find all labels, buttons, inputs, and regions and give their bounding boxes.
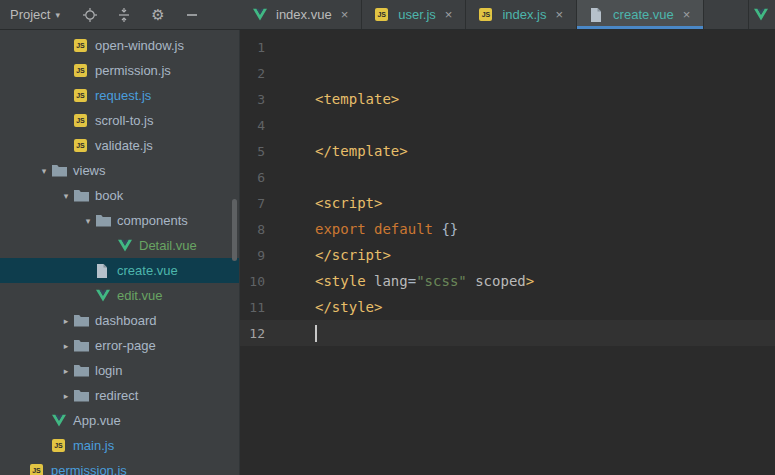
project-selector[interactable]: Project ▾ [8,7,62,22]
editor-line-6[interactable]: 6 [240,164,775,190]
js-icon: JS [74,139,94,152]
tree-item-validate.js[interactable]: JSvalidate.js [0,133,239,158]
tree-item-label: validate.js [94,138,153,153]
tree-item-redirect[interactable]: ▸redirect [0,383,239,408]
chevron-expanded-icon[interactable]: ▾ [58,191,74,201]
tree-item-open-window.js[interactable]: JSopen-window.js [0,33,239,58]
chevron-collapsed-icon[interactable]: ▸ [58,366,74,376]
code-text: export default {} [315,221,458,237]
tree-item-label: main.js [72,438,114,453]
line-number: 2 [240,66,265,81]
tree-item-components[interactable]: ▾components [0,208,239,233]
chevron-collapsed-icon[interactable]: ▸ [58,391,74,401]
tab-label: index.js [501,7,546,22]
scope-icon[interactable] [82,7,98,23]
vue-icon [253,8,269,21]
tree-item-main.js[interactable]: JSmain.js [0,433,239,458]
tab-label: user.js [397,7,436,22]
tree-item-dashboard[interactable]: ▸dashboard [0,308,239,333]
tab-create.vue[interactable]: create.vue× [577,0,704,29]
vue-icon [754,8,770,21]
hide-panel-icon[interactable] [184,7,200,23]
tab-label: index.vue [275,7,332,22]
editor-line-8[interactable]: 8export default {} [240,216,775,242]
line-number: 1 [240,40,265,55]
line-number: 12 [240,326,265,341]
tree-item-scroll-to.js[interactable]: JSscroll-to.js [0,108,239,133]
vue-icon [118,239,138,252]
tab-partial[interactable] [748,0,775,29]
editor-line-9[interactable]: 9</script> [240,242,775,268]
project-label: Project [10,7,50,22]
tree-item-permission.js[interactable]: JSpermission.js [0,58,239,83]
chevron-down-icon: ▾ [55,10,60,20]
folder-icon [96,214,116,227]
tree-item-label: create.vue [116,263,178,278]
editor-line-7[interactable]: 7<script> [240,190,775,216]
file-icon [96,264,116,278]
folder-icon [74,389,94,402]
code-text: <template> [315,91,399,107]
tree-item-request.js[interactable]: JSrequest.js [0,83,239,108]
tree-item-create.vue[interactable]: create.vue [0,258,239,283]
editor-pane[interactable]: 123<template>45</template>67<script>8exp… [240,30,775,475]
folder-icon [74,364,94,377]
code-text: <script> [315,195,382,211]
file-icon [590,8,606,22]
chevron-collapsed-icon[interactable]: ▸ [58,341,74,351]
text-cursor [315,325,317,342]
tab-user.js[interactable]: JSuser.js× [362,0,466,29]
editor-line-10[interactable]: 10<style lang="scss" scoped> [240,268,775,294]
tab-index.js[interactable]: JSindex.js× [466,0,577,29]
tree-item-label: Detail.vue [138,238,197,253]
top-bar: Project ▾ ⚙ index.vue×JSuser.js×JSindex.… [0,0,775,30]
folder-icon [74,314,94,327]
editor-line-5[interactable]: 5</template> [240,138,775,164]
editor-tabs: index.vue×JSuser.js×JSindex.js×create.vu… [240,0,775,29]
editor-lines: 123<template>45</template>67<script>8exp… [240,34,775,346]
tree-item-error-page[interactable]: ▸error-page [0,333,239,358]
tree-item-app.vue[interactable]: App.vue [0,408,239,433]
vue-icon [52,414,72,427]
tab-index.vue[interactable]: index.vue× [240,0,362,29]
tree-item-book[interactable]: ▾book [0,183,239,208]
chevron-expanded-icon[interactable]: ▾ [36,166,52,176]
close-icon[interactable]: × [556,7,564,22]
line-number: 9 [240,248,265,263]
toolbar-icons: ⚙ [82,7,200,23]
tree-item-label: login [94,363,122,378]
tree-item-login[interactable]: ▸login [0,358,239,383]
tree-item-label: book [94,188,123,203]
close-icon[interactable]: × [445,7,453,22]
close-icon[interactable]: × [341,7,349,22]
editor-line-2[interactable]: 2 [240,60,775,86]
js-icon: JS [74,64,94,77]
editor-line-3[interactable]: 3<template> [240,86,775,112]
line-number: 4 [240,118,265,133]
tree-item-label: redirect [94,388,138,403]
project-tree: JSopen-window.jsJSpermission.jsJSrequest… [0,30,240,475]
code-text [315,325,317,342]
tree-item-views[interactable]: ▾views [0,158,239,183]
tree-item-permission.js[interactable]: JSpermission.js [0,458,239,475]
tree-item-label: permission.js [94,63,171,78]
editor-line-11[interactable]: 11</style> [240,294,775,320]
folder-icon [74,189,94,202]
project-toolbar: Project ▾ ⚙ [0,0,240,29]
settings-gear-icon[interactable]: ⚙ [150,7,166,23]
tree-item-detail.vue[interactable]: Detail.vue [0,233,239,258]
close-icon[interactable]: × [683,7,691,22]
tree-scrollbar-thumb[interactable] [232,199,237,261]
line-number: 11 [240,300,265,315]
tree-item-label: App.vue [72,413,121,428]
editor-line-1[interactable]: 1 [240,34,775,60]
line-number: 5 [240,144,265,159]
tree-item-edit.vue[interactable]: edit.vue [0,283,239,308]
js-icon: JS [479,8,495,21]
editor-line-4[interactable]: 4 [240,112,775,138]
line-number: 3 [240,92,265,107]
editor-line-12[interactable]: 12 [240,320,775,346]
chevron-expanded-icon[interactable]: ▾ [80,216,96,226]
collapse-all-icon[interactable] [116,7,132,23]
chevron-collapsed-icon[interactable]: ▸ [58,316,74,326]
